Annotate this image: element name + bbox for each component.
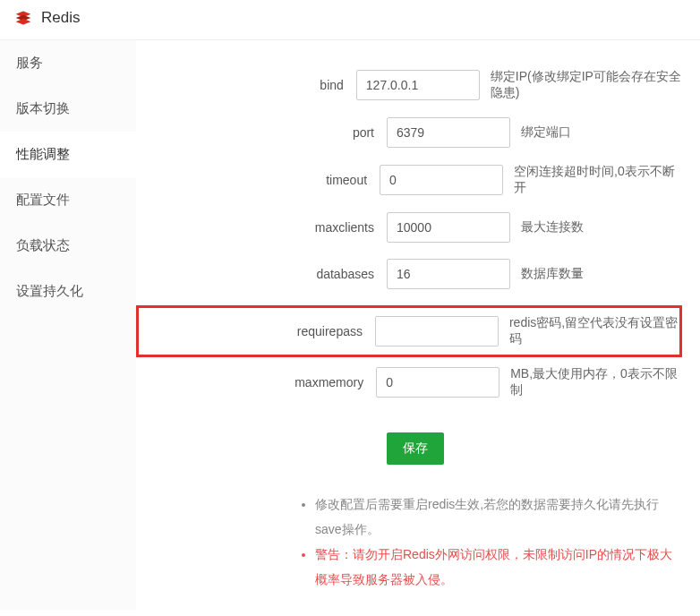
row-maxmemory: maxmemory MB,最大使用内存，0表示不限制 bbox=[136, 366, 682, 398]
input-bind[interactable] bbox=[356, 70, 480, 100]
save-button[interactable]: 保存 bbox=[387, 432, 444, 465]
label-timeout: timeout bbox=[136, 173, 380, 187]
sidebar-item-version[interactable]: 版本切换 bbox=[0, 86, 136, 132]
row-port: port 绑定端口 bbox=[136, 117, 682, 148]
desc-maxclients: 最大连接数 bbox=[521, 219, 584, 235]
notes: 修改配置后需要重启redis生效,若您的数据需要持久化请先执行save操作。 警… bbox=[315, 492, 682, 592]
note-warning: 警告：请勿开启Redis外网访问权限，未限制访问IP的情况下极大概率导致服务器被… bbox=[315, 542, 682, 592]
input-port[interactable] bbox=[387, 117, 510, 148]
page-title: Redis bbox=[41, 9, 80, 27]
sidebar-item-load[interactable]: 负载状态 bbox=[0, 223, 136, 269]
row-databases: databases 数据库数量 bbox=[136, 259, 682, 289]
note-restart: 修改配置后需要重启redis生效,若您的数据需要持久化请先执行save操作。 bbox=[315, 492, 682, 542]
sidebar-item-service[interactable]: 服务 bbox=[0, 40, 136, 86]
label-requirepass: requirepass bbox=[139, 324, 375, 338]
sidebar: 服务 版本切换 性能调整 配置文件 负载状态 设置持久化 bbox=[0, 40, 136, 610]
sidebar-item-config[interactable]: 配置文件 bbox=[0, 177, 136, 223]
header: Redis bbox=[0, 0, 700, 40]
svg-marker-2 bbox=[16, 19, 31, 25]
desc-bind: 绑定IP(修改绑定IP可能会存在安全隐患) bbox=[491, 69, 682, 101]
sidebar-item-performance[interactable]: 性能调整 bbox=[0, 132, 136, 177]
row-timeout: timeout 空闲连接超时时间,0表示不断开 bbox=[136, 164, 682, 196]
desc-maxmemory: MB,最大使用内存，0表示不限制 bbox=[510, 366, 682, 398]
desc-timeout: 空闲连接超时时间,0表示不断开 bbox=[514, 164, 682, 196]
input-maxclients[interactable] bbox=[387, 212, 510, 243]
input-timeout[interactable] bbox=[380, 165, 503, 195]
label-port: port bbox=[136, 125, 387, 140]
desc-port: 绑定端口 bbox=[521, 124, 571, 141]
label-maxclients: maxclients bbox=[136, 220, 387, 235]
desc-databases: 数据库数量 bbox=[521, 266, 584, 282]
row-requirepass: requirepass redis密码,留空代表没有设置密码 bbox=[136, 305, 682, 357]
main-panel: bind 绑定IP(修改绑定IP可能会存在安全隐患) port 绑定端口 tim… bbox=[136, 40, 700, 610]
input-databases[interactable] bbox=[387, 259, 510, 289]
row-bind: bind 绑定IP(修改绑定IP可能会存在安全隐患) bbox=[136, 69, 682, 101]
label-databases: databases bbox=[136, 267, 387, 281]
redis-logo-icon bbox=[14, 9, 32, 27]
input-requirepass[interactable] bbox=[375, 316, 499, 346]
label-bind: bind bbox=[136, 78, 356, 92]
sidebar-item-persist[interactable]: 设置持久化 bbox=[0, 269, 136, 314]
label-maxmemory: maxmemory bbox=[136, 375, 376, 389]
input-maxmemory[interactable] bbox=[376, 367, 499, 398]
desc-requirepass: redis密码,留空代表没有设置密码 bbox=[509, 315, 679, 347]
row-maxclients: maxclients 最大连接数 bbox=[136, 212, 682, 243]
